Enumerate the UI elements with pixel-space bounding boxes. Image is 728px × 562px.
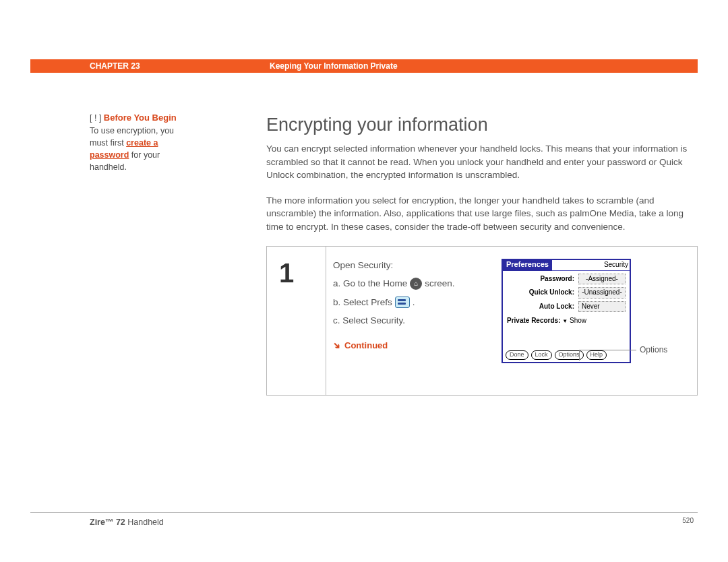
step-1-box: 1 Open Security: a. Go to the Home ⌂ scr… xyxy=(266,246,698,396)
device-section: Security xyxy=(604,260,628,270)
prefs-icon xyxy=(395,296,410,308)
page-title: Encrypting your information xyxy=(266,112,698,138)
product-name: Zire™ 72 Handheld xyxy=(90,516,164,528)
product-name-rest: Handheld xyxy=(125,518,164,527)
continued-indicator: ➔ Continued xyxy=(333,340,497,352)
chapter-header: CHAPTER 23 Keeping Your Information Priv… xyxy=(30,59,698,73)
continued-label: Continued xyxy=(344,340,388,352)
alert-marker: [ ! ] xyxy=(90,113,101,123)
device-screen: Preferences Security Password: -Assigned… xyxy=(502,259,631,363)
step-c: c. Select Security. xyxy=(333,314,497,327)
sidebar-note: [ ! ] Before You Begin To use encryption… xyxy=(30,112,206,396)
step-b-post: . xyxy=(413,296,415,309)
password-value: -Assigned- xyxy=(578,274,626,285)
product-name-bold: Zire™ 72 xyxy=(90,518,125,527)
page-footer: Zire™ 72 Handheld 520 xyxy=(30,512,698,528)
before-you-begin-heading: Before You Begin xyxy=(104,113,177,123)
device-lock-button: Lock xyxy=(531,350,552,359)
continued-arrow-icon: ➔ xyxy=(330,339,344,353)
step-number-column: 1 xyxy=(267,247,326,395)
quick-unlock-value: -Unassigned- xyxy=(578,287,626,299)
private-records-value: Show xyxy=(570,317,586,324)
chapter-number: CHAPTER 23 xyxy=(30,59,270,73)
step-a-post: screen. xyxy=(425,277,454,290)
device-done-button: Done xyxy=(506,350,528,359)
intro-paragraph-1: You can encrypt selected information whe… xyxy=(266,142,698,182)
step-intro: Open Security: xyxy=(333,259,497,272)
callout-leader-line xyxy=(579,350,636,350)
private-records-label: Private Records: xyxy=(507,317,560,324)
device-title: Preferences xyxy=(503,259,552,271)
chapter-title: Keeping Your Information Private xyxy=(270,59,698,73)
quick-unlock-label: Quick Unlock: xyxy=(529,288,574,298)
home-icon: ⌂ xyxy=(410,278,422,290)
sidebar-body: To use encryption, you must first create… xyxy=(90,125,189,174)
private-records-row: Private Records: ▼ Show xyxy=(503,312,630,326)
dropdown-icon: ▼ xyxy=(562,317,568,325)
step-instructions: Open Security: a. Go to the Home ⌂ scree… xyxy=(333,259,502,383)
auto-lock-value: Never xyxy=(578,301,626,313)
options-callout-label: Options xyxy=(640,344,667,356)
intro-paragraph-2: The more information you select for encr… xyxy=(266,194,698,234)
step-number: 1 xyxy=(279,253,326,292)
step-a: a. Go to the Home ⌂ screen. xyxy=(333,277,497,290)
step-a-pre: a. Go to the Home xyxy=(333,277,407,290)
auto-lock-label: Auto Lock: xyxy=(539,302,574,312)
step-b: b. Select Prefs . xyxy=(333,296,497,309)
page-number: 520 xyxy=(682,516,694,528)
step-b-pre: b. Select Prefs xyxy=(333,296,392,309)
device-help-button: Help xyxy=(586,350,607,359)
device-screenshot-column: Preferences Security Password: -Assigned… xyxy=(502,259,697,383)
password-label: Password: xyxy=(540,274,574,284)
